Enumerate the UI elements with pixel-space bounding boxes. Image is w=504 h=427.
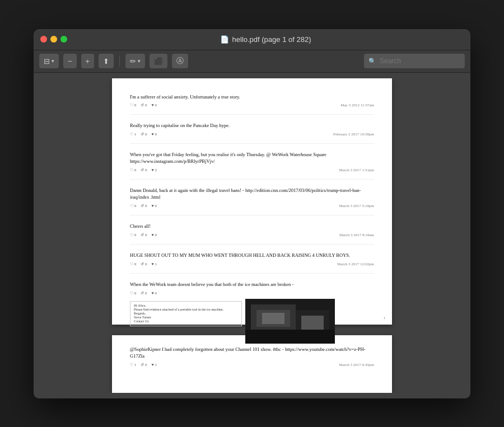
annotate-button[interactable]: ✏ ▾ <box>125 54 145 68</box>
tweet-5-actions: ♡ 0 ↺ 0 ♥ 0 <box>130 233 157 237</box>
tweet-page2-retweet: ↺ 0 <box>141 363 147 367</box>
tweet-7-text: When the WeWork team doesnt believe you … <box>130 281 374 288</box>
email-line-1: Hi Alice, <box>134 304 238 307</box>
svg-rect-5 <box>262 313 284 324</box>
pdf-page-1: I'm a sufferer of social anxiety. Unfort… <box>112 78 392 325</box>
tweet-2-like: ♥ 0 <box>152 132 157 137</box>
tweet-6-retweet: ↺ 0 <box>141 262 147 266</box>
tweet-6-text: HUGE SHOUT OUT TO MY MUM WHO WENT THROUG… <box>130 252 374 259</box>
tweet-3: When you've got that Friday feeling, but… <box>130 152 374 180</box>
minimize-button[interactable] <box>50 36 57 43</box>
annotate-dropdown-icon: ▾ <box>138 58 141 64</box>
tweet-4-text: Damn Donald, back at it again with the i… <box>130 187 374 201</box>
tweet-1-retweet: ↺ 0 <box>141 103 147 107</box>
email-line-3: Regards, <box>134 312 238 315</box>
svg-rect-6 <box>245 330 335 344</box>
tweet-page2-meta: ♡ 1 ↺ 0 ♥ 1 March 3 2017 6:45pm <box>130 363 374 367</box>
share-button[interactable]: ⬆ <box>99 54 114 68</box>
tweet-page2-timestamp: March 3 2017 6:45pm <box>339 363 374 367</box>
tweet-7-like: ♥ 0 <box>152 291 157 295</box>
search-input[interactable] <box>364 54 465 68</box>
tweet-page2-like: ♥ 1 <box>152 363 157 367</box>
redact-button[interactable]: ⬛ <box>150 54 167 68</box>
tweet-photo-svg <box>245 299 335 344</box>
share-icon: ⬆ <box>103 57 109 65</box>
email-attachment: Hi Alice, Please find evidence attached … <box>130 301 242 326</box>
redact-icon: ⬛ <box>154 57 163 65</box>
tweet-2-meta: ♡ 1 ↺ 0 ♥ 0 February 2 2017 10:58pm <box>130 132 374 137</box>
tweet-2-actions: ♡ 1 ↺ 0 ♥ 0 <box>130 132 157 137</box>
document-icon: 📄 <box>220 35 229 44</box>
tweet-5-retweet: ↺ 0 <box>141 233 147 237</box>
tweet-1: I'm a sufferer of social anxiety. Unfort… <box>130 94 374 115</box>
accessibility-button[interactable]: Ⓐ <box>172 54 188 68</box>
zoom-in-icon: + <box>86 57 90 65</box>
tweet-6: HUGE SHOUT OUT TO MY MUM WHO WENT THROUG… <box>130 252 374 274</box>
tweet-3-actions: ♡ 0 ↺ 0 ♥ 2 <box>130 168 157 172</box>
tweet-5-text: Cheers all! <box>130 223 374 230</box>
accessibility-icon: Ⓐ <box>176 56 184 66</box>
pdf-container[interactable]: I'm a sufferer of social anxiety. Unfort… <box>34 78 470 393</box>
svg-rect-4 <box>301 316 324 330</box>
window-title: hello.pdf (page 1 of 282) <box>232 35 311 44</box>
tweet-2-retweet: ↺ 0 <box>141 132 147 137</box>
tweet-3-reply: ♡ 0 <box>130 168 136 172</box>
tweet-2-timestamp: February 2 2017 10:58pm <box>333 132 374 137</box>
titlebar-center: 📄 hello.pdf (page 1 of 282) <box>67 35 464 44</box>
tweet-7: When the WeWork team doesnt believe you … <box>130 281 374 350</box>
tweet-6-like: ♥ 1 <box>152 262 157 266</box>
sidebar-icon: ⊟ <box>44 57 50 65</box>
page-number: 1 <box>384 316 386 320</box>
tweet-6-actions: ♡ 0 ↺ 0 ♥ 1 <box>130 262 157 266</box>
tweet-7-meta: ♡ 0 ↺ 0 ♥ 0 <box>130 291 374 295</box>
toolbar: ⊟ ▾ − + ⬆ ✏ ▾ ⬛ Ⓐ 🔍 <box>34 50 470 73</box>
tweet-1-like: ♥ 0 <box>152 103 157 107</box>
tweet-7-retweet: ↺ 0 <box>141 291 147 295</box>
tweet-1-timestamp: May 5 2012 11:57am <box>340 103 374 107</box>
tweet-4-retweet: ↺ 0 <box>141 204 147 208</box>
main-content: I'm a sufferer of social anxiety. Unfort… <box>34 73 470 398</box>
tweet-page2-1: @SophieKipner I had completely forgotten… <box>130 346 374 374</box>
sidebar-dropdown-icon: ▾ <box>52 58 54 64</box>
tweet-4-actions: ♡ 0 ↺ 0 ♥ 0 <box>130 204 157 208</box>
tweet-1-meta: ♡ 0 ↺ 0 ♥ 0 May 5 2012 11:57am <box>130 103 374 107</box>
tweet-4-reply: ♡ 0 <box>130 204 136 208</box>
sidebar-toggle-button[interactable]: ⊟ ▾ <box>39 54 59 68</box>
zoom-out-button[interactable]: − <box>63 54 77 68</box>
tweet-7-reply: ♡ 0 <box>130 291 136 295</box>
maximize-button[interactable] <box>60 36 67 43</box>
tweet-3-like: ♥ 2 <box>152 168 157 172</box>
tweet-1-text: I'm a sufferer of social anxiety. Unfort… <box>130 94 374 101</box>
tweet-4-meta: ♡ 0 ↺ 0 ♥ 0 March 3 2017 5:18pm <box>130 204 374 208</box>
tweet-1-reply: ♡ 0 <box>130 103 136 107</box>
tweet-4-like: ♥ 0 <box>152 204 157 208</box>
tweet-3-text: When you've got that Friday feeling, but… <box>130 152 374 165</box>
tweet-2-reply: ♡ 1 <box>130 132 136 137</box>
zoom-in-button[interactable]: + <box>81 54 95 68</box>
tweet-5-meta: ♡ 0 ↺ 0 ♥ 0 March 3 2017 8:34am <box>130 233 374 237</box>
tweet-5: Cheers all! ♡ 0 ↺ 0 ♥ 0 March 3 2017 8:3… <box>130 223 374 245</box>
email-line-4: Steve Turner <box>134 316 238 319</box>
tweet-4-timestamp: March 3 2017 5:18pm <box>339 204 374 208</box>
close-button[interactable] <box>40 36 47 43</box>
tweet-2-text: Really trying to capitalise on the Panca… <box>130 123 374 129</box>
tweet-page2-actions: ♡ 1 ↺ 0 ♥ 1 <box>130 363 157 367</box>
email-line-2: Please find evidence attached of a porta… <box>134 308 238 311</box>
toolbar-separator <box>119 55 120 67</box>
email-line-5: Contact Us <box>134 320 238 323</box>
tweet-6-timestamp: March 3 2017 12:02pm <box>337 262 374 266</box>
tweet-3-retweet: ↺ 0 <box>141 168 147 172</box>
tweet-3-meta: ♡ 0 ↺ 0 ♥ 2 March 3 2017 1:51pm <box>130 168 374 172</box>
tweet-1-actions: ♡ 0 ↺ 0 ♥ 0 <box>130 103 157 107</box>
tweet-image <box>245 299 335 344</box>
tweet-3-timestamp: March 3 2017 1:51pm <box>339 168 374 172</box>
search-wrapper: 🔍 <box>364 54 465 68</box>
tweet-2: Really trying to capitalise on the Panca… <box>130 123 374 144</box>
tweet-5-timestamp: March 3 2017 8:34am <box>339 233 374 237</box>
traffic-lights <box>40 36 67 43</box>
tweet-5-reply: ♡ 0 <box>130 233 136 237</box>
tweet-4: Damn Donald, back at it again with the i… <box>130 187 374 215</box>
tweet-6-meta: ♡ 0 ↺ 0 ♥ 1 March 3 2017 12:02pm <box>130 262 374 266</box>
tweet-page2-reply: ♡ 1 <box>130 363 136 367</box>
pen-icon: ✏ <box>130 57 136 65</box>
